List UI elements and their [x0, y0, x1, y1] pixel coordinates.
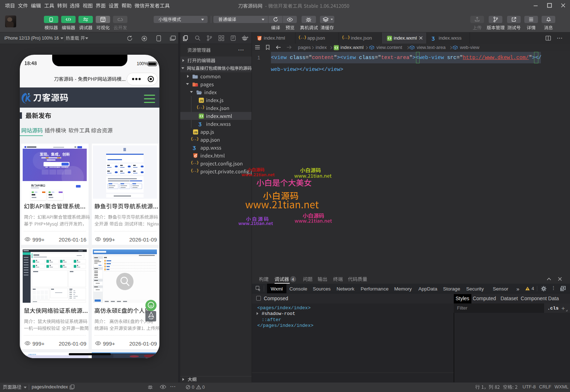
svg-text:TOP: TOP	[149, 317, 153, 320]
svg-text:JS: JS	[200, 99, 203, 102]
svg-text:JS: JS	[194, 131, 198, 134]
